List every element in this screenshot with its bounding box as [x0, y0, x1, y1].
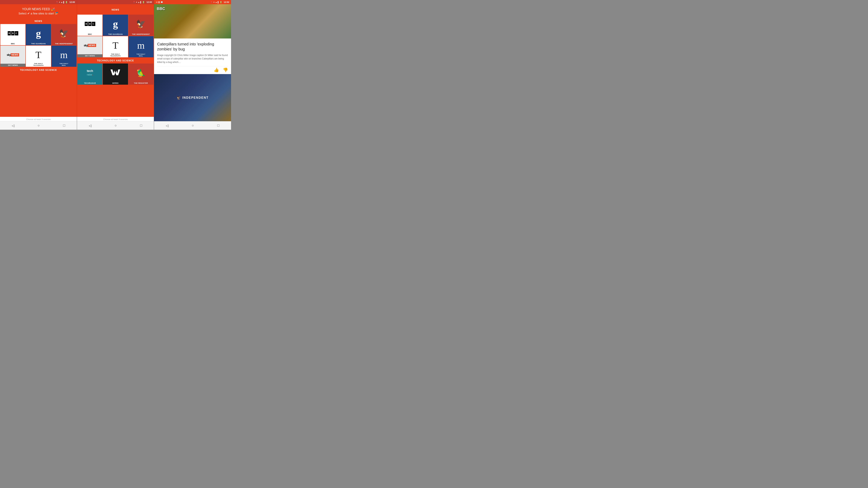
status-bar-3: ✉ 🖼 💬 📍 ✦ ▲ ▌ 🔋 12:02 — [154, 0, 231, 4]
panel2-content: B B C BBC g THE GUARDIAN 🦅 THE INDEPENDE… — [77, 14, 154, 117]
tile-label-mail-2: THE DAILYMAIL — [128, 53, 153, 57]
article-card: Caterpillars turned into 'exploding zomb… — [154, 38, 231, 74]
home-btn-2[interactable]: ○ — [111, 122, 121, 129]
recent-btn-2[interactable]: □ — [136, 122, 146, 129]
status-icons-3b: 📍 ✦ ▲ ▌ 🔋 12:02 — [210, 1, 229, 3]
bbc-overlay: BBC — [154, 4, 231, 38]
panel1-header: YOUR NEWS FEED 🎉 Select ✔ a few sites to… — [0, 4, 77, 18]
independent-card[interactable]: 🦅 INDEPENDENT — [154, 74, 231, 121]
tile-label-independent-1: THE INDEPENDENT — [52, 42, 76, 45]
like-button[interactable]: 👍 — [214, 68, 219, 72]
tile-mail-1[interactable]: m THE DAILYMAIL — [52, 45, 76, 67]
img-icon-3: 🖼 — [158, 1, 160, 3]
tile-wired-2[interactable]: WIRED — [103, 64, 128, 85]
battery-icon: 🔋 — [65, 1, 68, 3]
panel1-content: NEWS B B C BBC g THE GUARDIAN 🦅 THE INDE… — [0, 18, 77, 117]
bbc-logo-1: B B C — [8, 31, 18, 38]
bbc-c-2: C — [92, 22, 95, 26]
tile-telegraph-1[interactable]: T THE DAILYTELEGRAPH — [26, 45, 51, 67]
independent-eagle-1: 🦅 — [59, 29, 69, 41]
dislike-button[interactable]: 👎 — [223, 68, 228, 72]
guardian-g-1: g — [36, 28, 41, 42]
bluetooth-icon: ✦ — [59, 1, 60, 3]
independent-eagle-3: 🦅 — [177, 96, 181, 100]
recent-btn-1[interactable]: □ — [59, 122, 69, 129]
independent-logo-overlay: 🦅 INDEPENDENT — [177, 96, 209, 100]
tile-label-telegraph-1: THE DAILYTELEGRAPH — [26, 62, 51, 67]
tile-independent-1[interactable]: 🦅 THE INDEPENDENT — [52, 24, 76, 45]
svg-marker-0 — [111, 69, 120, 75]
back-btn-1[interactable]: ◁ — [8, 122, 18, 129]
article-body: Image copyright Dr Chris Miller Image ca… — [157, 54, 228, 64]
recent-btn-3[interactable]: □ — [213, 122, 223, 129]
bbc-logo-2: B B C — [85, 22, 95, 29]
tile-label-sky-2: SKY NEWS — [78, 54, 102, 57]
tile-label-sky-1: SKY NEWS — [0, 64, 25, 67]
tile-guardian-2[interactable]: g THE GUARDIAN — [103, 14, 128, 36]
tile-sky-2[interactable]: sky NEWS SKY NEWS — [78, 36, 102, 57]
home-btn-3[interactable]: ○ — [188, 122, 198, 129]
tile-bbc-2[interactable]: B B C BBC — [78, 14, 102, 36]
location-icon-2: 📍 — [133, 1, 135, 3]
register-logo-2: 🦜 — [136, 68, 146, 80]
bluetooth-icon-2: ✦ — [136, 1, 137, 3]
tile-label-telegraph-2: THE DAILYTELEGRAPH — [103, 53, 128, 57]
tile-guardian-1[interactable]: g THE GUARDIAN — [26, 24, 51, 45]
mail-m-2: m — [137, 40, 145, 54]
wifi-icon: ▲ — [61, 1, 63, 3]
independent-eagle-2: 🦅 — [136, 20, 146, 31]
tile-mail-2[interactable]: m THE DAILYMAIL — [128, 36, 153, 57]
tile-label-bbc-1: BBC — [0, 42, 25, 45]
choose-label-2: Choose at least 3 sources — [77, 117, 154, 121]
wifi-icon-3: ▲ — [215, 1, 217, 3]
tile-telegraph-2[interactable]: T THE DAILYTELEGRAPH — [103, 36, 128, 57]
tech-grid-2: tech radar. TECHRADAR WIRED 🦜 THE — [77, 64, 154, 85]
tile-bbc-1[interactable]: B B C BBC — [0, 24, 25, 45]
tile-register-2[interactable]: 🦜 THE REGISTER — [128, 64, 153, 85]
bbc-b2-2: B — [88, 22, 91, 26]
nav-bar-1: ◁ ○ □ — [0, 121, 77, 130]
back-btn-2[interactable]: ◁ — [85, 122, 95, 129]
choose-label-1: Choose at least 3 sources — [0, 117, 77, 121]
article-actions: 👍 👎 — [157, 66, 228, 72]
news-section-label-2: NEWS — [81, 7, 150, 12]
bbc-b-2: B — [85, 22, 88, 26]
tile-label-bbc-2: BBC — [78, 33, 102, 36]
battery-icon-2: 🔋 — [142, 1, 145, 3]
news-grid-1: B B C BBC g THE GUARDIAN 🦅 THE INDEPENDE… — [0, 24, 77, 67]
tile-label-guardian-2: THE GUARDIAN — [103, 33, 128, 36]
bluetooth-icon-3: ✦ — [213, 1, 215, 3]
status-bar-2: 📍 ✦ ▲ ▌ 🔋 12:00 — [77, 0, 154, 4]
sky-logo-2: sky NEWS — [84, 44, 96, 50]
sky-news-box-2: NEWS — [88, 44, 96, 47]
bbc-b2: B — [11, 31, 14, 35]
home-btn-1[interactable]: ○ — [34, 122, 44, 129]
status-bar-1: 📍 ✦ ▲ ▌ 🔋 12:00 — [0, 0, 77, 4]
battery-icon-3: 🔋 — [220, 1, 222, 3]
article-image: BBC — [154, 4, 231, 38]
status-icons-2: 📍 ✦ ▲ ▌ 🔋 — [133, 1, 145, 3]
news-feed-sub: Select ✔ a few sites to start 🎏 — [4, 12, 73, 15]
tile-techradar-2[interactable]: tech radar. TECHRADAR — [78, 64, 102, 85]
sky-logo-1: sky NEWS — [7, 53, 19, 59]
bbc-label-3: BBC — [154, 4, 168, 13]
back-btn-3[interactable]: ◁ — [162, 122, 172, 129]
tile-label-register-2: THE REGISTER — [128, 82, 153, 85]
techradar-logo-2: tech radar. — [87, 69, 93, 79]
tile-sky-1[interactable]: sky NEWS SKY NEWS — [0, 45, 25, 67]
signal-icon: ▌ — [63, 1, 65, 3]
status-time-3: 12:02 — [224, 1, 229, 3]
wired-logo-2 — [110, 68, 121, 80]
independent-text-3: INDEPENDENT — [182, 96, 209, 99]
panel2-header: NEWS — [77, 4, 154, 14]
tile-independent-2[interactable]: 🦅 THE INDEPENDENT — [128, 14, 153, 36]
panel-3: ✉ 🖼 💬 📍 ✦ ▲ ▌ 🔋 12:02 BBC Caterpillars t… — [154, 0, 231, 130]
tile-label-independent-2: THE INDEPENDENT — [128, 33, 153, 36]
nav-bar-2: ◁ ○ □ — [77, 121, 154, 130]
mail-m-1: m — [60, 49, 68, 63]
news-section-label-1: NEWS — [0, 18, 77, 24]
status-time-1: 12:00 — [69, 1, 75, 3]
wifi-icon-2: ▲ — [138, 1, 140, 3]
tech-section-label-1: TECHNOLOGY AND SCIENCE — [0, 67, 77, 73]
telegraph-t-1: T — [35, 49, 41, 63]
